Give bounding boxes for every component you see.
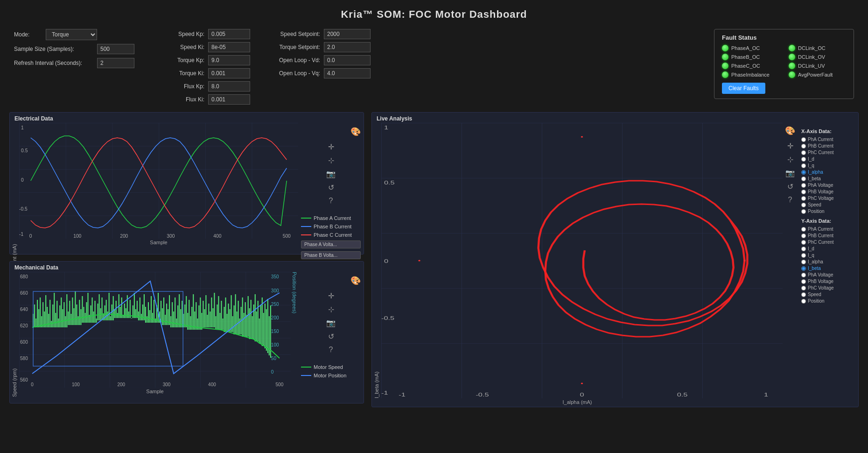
y-pha-voltage[interactable]: PhA Voltage (801, 272, 854, 277)
fault-item-DCLink-UV: DCLink_UV (789, 63, 846, 69)
svg-text:-0.5: -0.5 (381, 315, 394, 321)
y-phb-current[interactable]: PhB Current (801, 233, 854, 238)
speed-setpoint-input[interactable] (324, 29, 371, 39)
charts-section: Electrical Data Current (mA) (0, 105, 868, 407)
mechanical-chart-body: Speed (rpm) (10, 272, 364, 397)
svg-text:0: 0 (29, 234, 32, 239)
y-ibeta[interactable]: I_beta (801, 266, 854, 271)
screenshot-icon[interactable]: 📷 (301, 169, 361, 179)
live-pan-icon[interactable]: ⊹ (786, 154, 794, 165)
x-ialpha[interactable]: I_alpha (801, 170, 854, 175)
fault-led-phase-imbalance (722, 71, 728, 78)
svg-text:680: 680 (20, 274, 28, 279)
flux-ki-input[interactable] (208, 94, 250, 105)
open-loop-vd-label: Open Loop - Vd: (264, 57, 320, 64)
y-phc-voltage[interactable]: PhC Voltage (801, 285, 854, 290)
fault-led-DCLink-UV (789, 63, 795, 69)
live-zoom-icon[interactable]: ✛ (786, 141, 794, 151)
help-icon[interactable]: ? (301, 196, 361, 206)
x-pha-voltage[interactable]: PhA Voltage (801, 183, 854, 188)
x-speed[interactable]: Speed (801, 202, 854, 207)
zoom-in-icon[interactable]: ✛ (301, 142, 361, 152)
svg-text:620: 620 (20, 323, 28, 328)
live-analysis-chart: Live Analysis I_beta (mA) (371, 112, 859, 407)
legend-phase-b-label: Phase B Current (314, 224, 351, 229)
fault-led-DCLink-OV (789, 54, 795, 60)
speed-ki-input[interactable] (208, 42, 250, 52)
svg-text:560: 560 (20, 377, 28, 382)
live-screenshot-icon[interactable]: 📷 (784, 168, 796, 178)
svg-text:0: 0 (580, 392, 584, 398)
x-id[interactable]: I_d (801, 156, 854, 162)
mech-zoom-icon[interactable]: ✛ (301, 290, 361, 301)
y-position[interactable]: Position (801, 298, 854, 304)
refresh-interval-input[interactable] (97, 58, 134, 68)
x-pha-current[interactable]: PhA Current (801, 137, 854, 142)
x-position[interactable]: Position (801, 209, 854, 214)
electrical-chart-area: Current (mA) (10, 123, 298, 274)
mechanical-chart: Mechanical Data Speed (rpm) (9, 261, 364, 403)
legend-motor-speed-label: Motor Speed (314, 364, 343, 370)
mech-pan-icon[interactable]: ⊹ (301, 304, 361, 315)
svg-point-227 (581, 136, 583, 138)
svg-text:400: 400 (213, 234, 222, 239)
x-phc-voltage[interactable]: PhC Voltage (801, 196, 854, 201)
y-ialpha[interactable]: I_alpha (801, 259, 854, 264)
reset-icon[interactable]: ↺ (301, 182, 361, 193)
fault-item-phaseA-OC: PhaseA_OC (722, 45, 779, 51)
live-reset-icon[interactable]: ↺ (786, 181, 794, 192)
open-loop-vq-label: Open Loop - Vq: (264, 70, 320, 77)
svg-point-226 (743, 260, 745, 262)
svg-text:-1: -1 (19, 232, 24, 237)
y-phc-current[interactable]: PhC Current (801, 240, 854, 245)
live-help-icon[interactable]: ? (787, 195, 793, 205)
mech-screenshot-icon[interactable]: 📷 (301, 318, 361, 328)
speed-kp-input[interactable] (208, 29, 250, 39)
sample-size-input[interactable] (97, 44, 134, 54)
svg-text:660: 660 (20, 290, 28, 296)
legend-motor-speed: Motor Speed (301, 364, 361, 370)
mode-select[interactable]: Torque Speed Position (46, 29, 97, 40)
x-phb-current[interactable]: PhB Current (801, 143, 854, 149)
svg-text:100: 100 (73, 234, 82, 239)
legend-phase-a-label: Phase A Current (314, 215, 351, 221)
fault-led-phaseA-OC (722, 45, 728, 51)
y-phb-voltage[interactable]: PhB Voltage (801, 279, 854, 284)
clear-faults-button[interactable]: Clear Faults (722, 83, 765, 94)
torque-ki-input[interactable] (208, 68, 250, 78)
y-id[interactable]: I_d (801, 246, 854, 251)
mech-help-icon[interactable]: ? (301, 345, 361, 355)
x-iq[interactable]: I_q (801, 163, 854, 168)
open-loop-vd-input[interactable] (324, 55, 371, 65)
mech-reset-icon[interactable]: ↺ (301, 331, 361, 342)
y-pha-current[interactable]: PhA Current (801, 226, 854, 232)
torque-kp-input[interactable] (208, 55, 250, 65)
refresh-interval-row: Refresh Interval (Seconds): (14, 58, 134, 68)
fault-item-DCLink-OC: DCLink_OC (789, 45, 846, 51)
svg-text:250: 250 (271, 302, 279, 307)
x-ibeta[interactable]: I_beta (801, 176, 854, 181)
mechanical-x-label: Sample (19, 388, 291, 397)
open-loop-vq-input[interactable] (324, 68, 371, 78)
y-speed[interactable]: Speed (801, 292, 854, 297)
x-phb-voltage[interactable]: PhB Voltage (801, 189, 854, 194)
torque-setpoint-input[interactable] (324, 42, 371, 52)
phase-a-voltage-btn[interactable]: Phase A Volta... (301, 241, 361, 248)
svg-text:400: 400 (208, 382, 216, 387)
legend-phase-b: Phase B Current (301, 224, 361, 229)
live-top-icons: 🎨 ✛ ⊹ 📷 ↺ ? (783, 123, 798, 407)
svg-text:0: 0 (21, 177, 24, 183)
fault-led-DCLink-OC (789, 45, 795, 51)
flux-kp-input[interactable] (208, 81, 250, 92)
phase-b-voltage-btn[interactable]: Phase B Volta... (301, 251, 361, 259)
pan-icon[interactable]: ⊹ (301, 155, 361, 166)
live-x-label: I_alpha (mA) (372, 398, 783, 407)
mode-label: Mode: (14, 31, 42, 38)
fault-label-avg-power: AvgPowerFault (798, 72, 833, 78)
svg-text:300: 300 (167, 234, 175, 239)
x-phc-current[interactable]: PhC Current (801, 150, 854, 155)
speed-kp-label: Speed Kp: (148, 31, 204, 37)
y-iq[interactable]: I_q (801, 253, 854, 258)
flux-ki-label: Flux Ki: (148, 96, 204, 103)
electrical-chart: Electrical Data Current (mA) (9, 112, 364, 255)
